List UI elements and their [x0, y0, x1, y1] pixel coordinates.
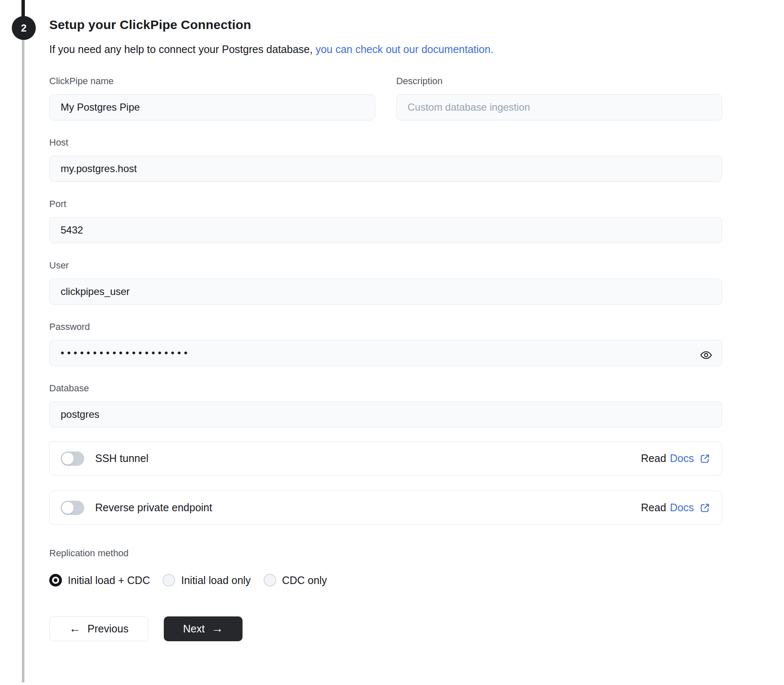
- step-rail-line-bottom: [22, 40, 24, 682]
- radio-label: Initial load only: [181, 574, 251, 587]
- step-rail-line-top: [21, 0, 25, 16]
- ssh-tunnel-row: SSH tunnel Read Docs: [49, 441, 722, 475]
- radio-initial-load-cdc[interactable]: Initial load + CDC: [49, 574, 150, 587]
- page-title: Setup your ClickPipe Connection: [49, 18, 722, 32]
- reverse-private-endpoint-row: Reverse private endpoint Read Docs: [49, 491, 722, 525]
- toggle-knob: [62, 502, 74, 514]
- previous-button-label: Previous: [88, 623, 128, 635]
- database-label: Database: [49, 383, 722, 394]
- host-label: Host: [49, 137, 722, 148]
- radio-unselected-icon[interactable]: [163, 574, 175, 587]
- replication-method-label: Replication method: [49, 548, 722, 559]
- read-text: Read: [641, 502, 666, 514]
- clickpipe-name-label: ClickPipe name: [49, 76, 375, 87]
- reverse-private-endpoint-label: Reverse private endpoint: [95, 502, 212, 514]
- ssh-tunnel-toggle[interactable]: [61, 451, 84, 466]
- right-arrow-icon: →: [211, 623, 223, 635]
- read-text: Read: [641, 452, 666, 465]
- help-text-plain: If you need any help to connect your Pos…: [49, 43, 315, 55]
- clickpipe-name-input[interactable]: [49, 94, 375, 120]
- step-indicator: 2: [12, 16, 36, 40]
- port-input[interactable]: [49, 217, 722, 243]
- next-button[interactable]: Next →: [164, 616, 243, 641]
- host-input[interactable]: [49, 156, 722, 182]
- external-link-icon[interactable]: [699, 502, 711, 514]
- radio-initial-load-only[interactable]: Initial load only: [163, 574, 251, 587]
- left-arrow-icon: ←: [69, 623, 81, 635]
- port-label: Port: [49, 199, 722, 210]
- user-label: User: [49, 260, 722, 271]
- password-input[interactable]: [49, 340, 722, 366]
- password-label: Password: [49, 321, 722, 332]
- help-text: If you need any help to connect your Pos…: [49, 43, 722, 56]
- radio-selected-icon[interactable]: [49, 574, 62, 587]
- ssh-docs-link[interactable]: Docs: [670, 452, 694, 465]
- description-input[interactable]: [396, 94, 722, 120]
- radio-cdc-only[interactable]: CDC only: [264, 574, 327, 587]
- password-reveal-button[interactable]: [699, 348, 714, 363]
- user-input[interactable]: [49, 279, 722, 305]
- documentation-link[interactable]: you can check out our documentation.: [315, 43, 493, 55]
- radio-label: CDC only: [282, 574, 327, 587]
- previous-button[interactable]: ← Previous: [49, 616, 148, 641]
- external-link-icon[interactable]: [699, 453, 711, 465]
- next-button-label: Next: [183, 623, 205, 635]
- description-label: Description: [396, 76, 722, 87]
- database-input[interactable]: [49, 401, 722, 427]
- setup-connection-panel: Setup your ClickPipe Connection If you n…: [49, 0, 722, 641]
- step-number: 2: [21, 22, 27, 34]
- radio-label: Initial load + CDC: [68, 574, 150, 587]
- eye-icon: [700, 349, 712, 361]
- rpe-docs-link[interactable]: Docs: [670, 502, 694, 514]
- reverse-private-endpoint-toggle[interactable]: [61, 501, 84, 515]
- replication-method-group: Initial load + CDC Initial load only CDC…: [49, 574, 722, 587]
- ssh-tunnel-label: SSH tunnel: [95, 452, 148, 465]
- toggle-knob: [62, 453, 74, 465]
- radio-unselected-icon[interactable]: [264, 574, 276, 587]
